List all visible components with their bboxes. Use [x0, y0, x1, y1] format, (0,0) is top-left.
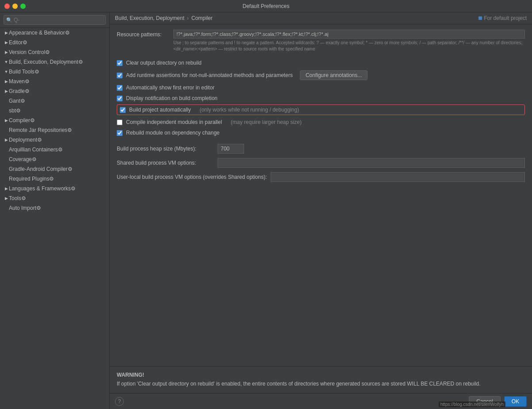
breadcrumb-separator: ›	[187, 15, 189, 21]
sidebar-content: ▶ Appearance & Behavior ⚙ ▶ Editor ⚙ ▶ V…	[0, 28, 109, 409]
settings-icon: ⚙	[37, 137, 42, 143]
user-local-vm-input[interactable]	[271, 172, 525, 182]
user-local-vm-label: User-local build process VM options (ove…	[117, 174, 267, 180]
sidebar-item-build-execution-deployment[interactable]: ▼ Build, Execution, Deployment ⚙	[0, 57, 109, 67]
arrow-icon: ▶	[4, 138, 9, 142]
sidebar-item-version-control[interactable]: ▶ Version Control ⚙	[0, 47, 109, 57]
settings-icon: ⚙	[58, 147, 63, 153]
display-notification-checkbox[interactable]	[117, 96, 122, 101]
settings-icon: ⚙	[23, 39, 27, 46]
sidebar-item-appearance-behavior[interactable]: ▶ Appearance & Behavior ⚙	[0, 28, 109, 38]
settings-icon: ⚙	[25, 78, 30, 85]
warning-text: If option 'Clear output directory on reb…	[117, 380, 525, 388]
sidebar-item-required-plugins[interactable]: Required Plugins ⚙	[0, 174, 109, 184]
sidebar-item-editor[interactable]: ▶ Editor ⚙	[0, 38, 109, 47]
sidebar-item-coverage[interactable]: Coverage ⚙	[0, 154, 109, 164]
sidebar-item-gradle-android[interactable]: Gradle-Android Compiler ⚙	[0, 164, 109, 174]
sidebar-item-label: Auto Import	[9, 205, 36, 211]
search-input[interactable]	[4, 15, 106, 25]
auto-show-error-checkbox[interactable]	[117, 85, 122, 91]
sidebar-item-label: Coverage	[9, 156, 32, 162]
project-dot-icon	[478, 16, 482, 20]
sidebar-item-label: Required Plugins	[9, 176, 49, 182]
sidebar-item-label: sbt	[9, 108, 16, 114]
sidebar-item-label: Arquillian Containers	[9, 147, 58, 153]
sidebar-item-build-tools[interactable]: ▼ Build Tools ⚙	[0, 67, 109, 77]
checkbox-build-automatically: Build project automatically (only works …	[117, 104, 525, 115]
arrow-icon: ▶	[4, 186, 9, 191]
sidebar-item-maven[interactable]: ▶ Maven ⚙	[0, 77, 109, 86]
sidebar-item-label: Gradle-Android Compiler	[9, 166, 68, 172]
rebuild-on-change-checkbox[interactable]	[117, 130, 122, 136]
sidebar-item-deployment[interactable]: ▶ Deployment ⚙	[0, 135, 109, 145]
sidebar-item-label: Remote Jar Repositories	[9, 127, 67, 133]
sidebar-item-label: Gant	[9, 98, 20, 104]
close-button[interactable]	[4, 4, 10, 9]
rebuild-on-change-label: Rebuild module on dependency change	[126, 130, 220, 136]
sidebar-item-label: Appearance & Behavior	[9, 30, 65, 36]
titlebar: Default Preferences	[0, 0, 532, 12]
sidebar-item-gradle[interactable]: ▶ Gradle ⚙	[0, 86, 109, 96]
configure-annotations-button[interactable]: Configure annotations...	[300, 70, 367, 80]
checkbox-clear-output: Clear output directory on rebuild	[117, 58, 525, 68]
checkbox-compile-parallel: Compile independent modules in parallel …	[117, 117, 525, 127]
resource-patterns-row: Resource patterns: Use ; to separate pat…	[117, 30, 525, 52]
minimize-button[interactable]	[12, 4, 18, 9]
heap-size-input[interactable]	[218, 144, 244, 154]
sidebar-item-label: Gradle	[9, 88, 25, 94]
auto-show-error-label: Automatically show first error in editor	[126, 85, 214, 91]
clear-output-label: Clear output directory on rebuild	[126, 60, 202, 66]
sidebar-item-sbt[interactable]: sbt ⚙	[0, 106, 109, 116]
window-controls[interactable]	[4, 4, 26, 9]
sidebar-item-languages-frameworks[interactable]: ▶ Languages & Frameworks ⚙	[0, 184, 109, 193]
sidebar-item-gant[interactable]: Gant ⚙	[0, 96, 109, 106]
sidebar-item-tools[interactable]: ▶ Tools ⚙	[0, 193, 109, 203]
sidebar-item-remote-jar-repos[interactable]: Remote Jar Repositories ⚙	[0, 125, 109, 135]
resource-patterns-input[interactable]	[173, 30, 525, 39]
resource-patterns-label: Resource patterns:	[117, 30, 170, 38]
resource-input-area: Use ; to separate patterns and ! to nega…	[173, 30, 525, 52]
arrow-icon: ▶	[4, 89, 9, 93]
settings-icon: ⚙	[65, 30, 70, 36]
build-automatically-note: (only works while not running / debuggin…	[199, 107, 299, 113]
shared-vm-input[interactable]	[218, 158, 525, 168]
clear-output-checkbox[interactable]	[117, 60, 122, 66]
arrow-icon: ▼	[4, 69, 9, 74]
search-bar: 🔍	[0, 12, 109, 28]
arrow-icon: ▶	[4, 31, 9, 35]
settings-icon: ⚙	[32, 156, 37, 162]
resource-patterns-hint: Use ; to separate patterns and ! to nega…	[173, 40, 525, 52]
sidebar: 🔍 ▶ Appearance & Behavior ⚙ ▶ Editor ⚙ ▶…	[0, 12, 110, 409]
sidebar-item-compiler[interactable]: ▶ Compiler ⚙	[0, 116, 109, 125]
settings-icon: ⚙	[49, 176, 54, 182]
ok-button[interactable]: OK	[504, 396, 527, 407]
settings-icon: ⚙	[71, 185, 76, 192]
checkbox-auto-show-error: Automatically show first error in editor	[117, 82, 525, 93]
sidebar-item-auto-import[interactable]: Auto Import ⚙	[0, 203, 109, 213]
settings-icon: ⚙	[68, 166, 73, 172]
compile-parallel-label: Compile independent modules in parallel	[126, 119, 222, 125]
sidebar-item-arquillian[interactable]: Arquillian Containers ⚙	[0, 145, 109, 154]
arrow-icon: ▶	[4, 50, 9, 54]
shared-vm-row: Shared build process VM options:	[117, 156, 525, 170]
url-watermark: https://blog.csdn.net/silenWolfyh	[439, 401, 505, 407]
sidebar-item-label: Editor	[9, 39, 23, 46]
user-local-vm-row: User-local build process VM options (ove…	[117, 170, 525, 184]
checkbox-display-notification: Display notification on build completion	[117, 93, 525, 104]
settings-main: Resource patterns: Use ; to separate pat…	[110, 24, 532, 366]
maximize-button[interactable]	[20, 4, 26, 9]
settings-icon: ⚙	[20, 98, 25, 104]
sidebar-item-label: Deployment	[9, 137, 37, 143]
help-button[interactable]: ?	[115, 397, 124, 406]
sidebar-item-label: Languages & Frameworks	[9, 185, 71, 192]
warning-box: WARNING! If option 'Clear output directo…	[110, 366, 532, 393]
heap-size-label: Build process heap size (Mbytes):	[117, 146, 214, 152]
arrow-icon: ▼	[4, 60, 9, 64]
sidebar-item-label: Tools	[9, 195, 21, 201]
shared-vm-label: Shared build process VM options:	[117, 160, 214, 166]
settings-icon: ⚙	[36, 205, 41, 211]
build-automatically-checkbox[interactable]	[120, 107, 126, 113]
compile-parallel-checkbox[interactable]	[117, 120, 122, 125]
add-runtime-checkbox[interactable]	[117, 73, 122, 78]
window-title: Default Preferences	[242, 3, 289, 9]
